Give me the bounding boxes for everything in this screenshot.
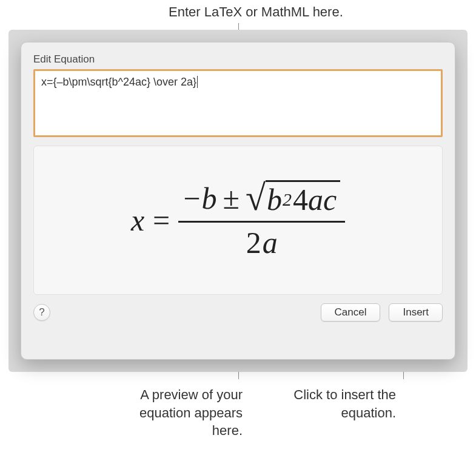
eq-var-c: c <box>323 182 337 217</box>
eq-var-a2: a <box>263 225 278 260</box>
cancel-button[interactable]: Cancel <box>321 303 381 322</box>
eq-superscript-2: 2 <box>283 189 292 210</box>
eq-plusminus: ± <box>223 181 240 216</box>
eq-var-a: a <box>308 182 323 217</box>
equation-preview: x = − b ± √ b 2 4 a c <box>33 146 443 295</box>
callout-preview-hint: A preview of your equation appears here. <box>124 386 243 440</box>
eq-numerator: − b ± √ b 2 4 a c <box>178 179 345 221</box>
eq-var-b: b <box>202 181 217 216</box>
edit-equation-dialog: Edit Equation x={–b\pm\sqrt{b^24ac} \ove… <box>21 42 455 360</box>
callout-insert-hint: Click to insert the equation. <box>290 386 396 422</box>
eq-num-4: 4 <box>293 182 308 217</box>
eq-var-b2: b <box>267 182 282 217</box>
equation-input-text: x={–b\pm\sqrt{b^24ac} \over 2a} <box>41 76 196 88</box>
eq-sqrt: √ b 2 4 a c <box>246 180 340 217</box>
help-icon: ? <box>39 306 44 318</box>
insert-button[interactable]: Insert <box>389 303 443 322</box>
radical-icon: √ <box>246 181 266 218</box>
eq-var-x: x <box>131 203 144 238</box>
equation-input[interactable]: x={–b\pm\sqrt{b^24ac} \over 2a} <box>33 69 443 137</box>
eq-minus: − <box>183 181 200 216</box>
eq-radicand: b 2 4 a c <box>266 180 340 217</box>
dialog-title: Edit Equation <box>33 53 443 66</box>
eq-num-2: 2 <box>246 225 261 260</box>
eq-denominator: 2 a <box>178 221 345 261</box>
dialog-button-row: ? Cancel Insert <box>33 303 443 322</box>
rendered-equation: x = − b ± √ b 2 4 a c <box>131 179 345 261</box>
help-button[interactable]: ? <box>33 304 50 321</box>
text-cursor <box>197 76 198 88</box>
callout-input-hint: Enter LaTeX or MathML here. <box>169 3 343 21</box>
eq-fraction: − b ± √ b 2 4 a c 2 <box>178 179 345 261</box>
eq-equals: = <box>153 203 170 238</box>
